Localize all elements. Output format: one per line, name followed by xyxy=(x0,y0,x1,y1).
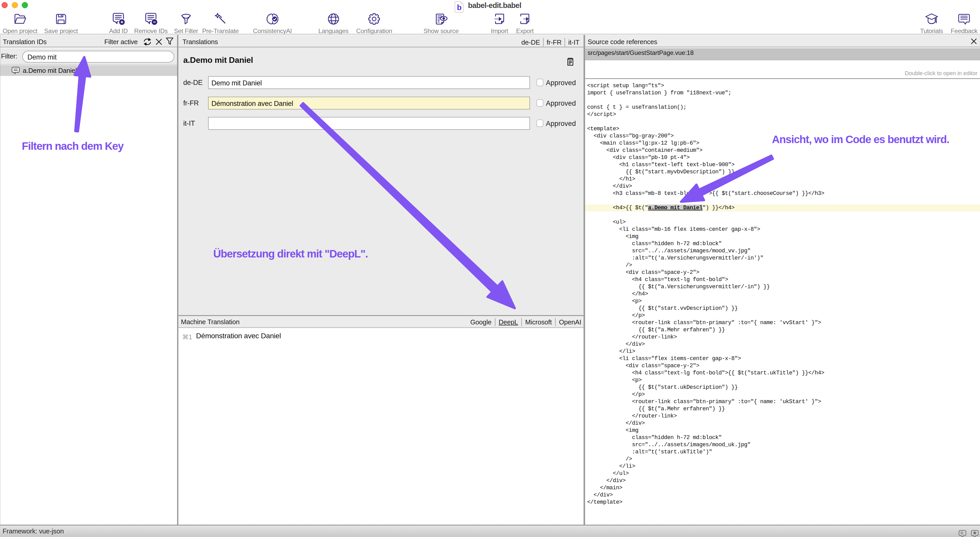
svg-text:b: b xyxy=(457,3,461,11)
